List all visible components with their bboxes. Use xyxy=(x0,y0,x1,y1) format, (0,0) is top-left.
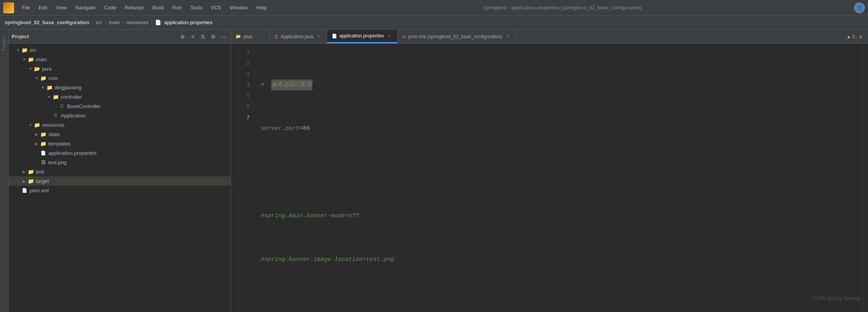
menu-tools[interactable]: Tools xyxy=(187,3,206,12)
tree-item-static[interactable]: ▶ 📁 static xyxy=(9,129,231,139)
menu-file[interactable]: File xyxy=(18,3,34,12)
line-num-2: 2 xyxy=(231,58,250,69)
menu-run[interactable]: Run xyxy=(169,3,186,12)
props-tab-icon: 📄 xyxy=(332,34,337,39)
tree-item-application[interactable]: C Application xyxy=(9,111,231,120)
tree-label-templates: templates xyxy=(48,141,70,147)
tree-arrow-templates: ▶ xyxy=(34,142,40,146)
code-line-6 xyxy=(261,298,856,309)
breadcrumb-root[interactable]: springboot_02_base_configuration xyxy=(5,20,89,25)
java-file-tab-icon: C xyxy=(275,34,278,39)
tree-item-templates[interactable]: ▶ 📁 templates xyxy=(9,139,231,148)
code-editor[interactable]: # 服务器端口配置 server.port=80 #spring.main.ba… xyxy=(254,44,863,312)
app-logo: 🔧 xyxy=(3,2,14,13)
warning-badge[interactable]: ▲ 3 xyxy=(846,34,855,39)
folder-icon-controller: 📁 xyxy=(52,94,59,100)
code-line-3 xyxy=(261,167,856,178)
tree-label-dingjiaxiong: dingjiaxiong xyxy=(55,85,82,90)
breadcrumb-main[interactable]: main xyxy=(109,20,120,25)
tree-item-test[interactable]: ▶ 📁 test xyxy=(9,167,231,176)
tree-item-pomxml[interactable]: 📄 pom.xml xyxy=(9,186,231,195)
tree-item-src[interactable]: ▼ 📁 src xyxy=(9,45,231,55)
tree-item-testpng[interactable]: 🖼 test.png xyxy=(9,158,231,167)
line-num-4: 4 xyxy=(231,80,250,90)
menu-view[interactable]: View xyxy=(52,3,71,12)
watermark: CSDN @Ding Jiaxiong xyxy=(813,296,860,301)
tree-label-bookcontroller: BookController xyxy=(67,103,101,109)
code-commented-banner-image: #spring.banner.image.location=test.png xyxy=(261,254,394,265)
tree-label-pomxml: pom.xml xyxy=(30,188,49,193)
project-panel-title: Project xyxy=(12,34,177,39)
code-val-80: 80 xyxy=(303,123,310,134)
menu-build[interactable]: Build xyxy=(149,3,168,12)
png-file-icon: 🖼 xyxy=(40,160,47,165)
breadcrumb-file-icon: 📄 xyxy=(155,20,161,25)
tree-arrow-src: ▼ xyxy=(15,48,21,52)
xml-file-icon: 📄 xyxy=(21,188,28,193)
main-layout: Project Project ⊕ ≡ ⇅ ⚙ — ▼ 📁 src ▼ 📁 xyxy=(0,30,868,312)
tree-item-bookcontroller[interactable]: C BookController xyxy=(9,101,231,111)
tree-arrow-dingjiaxiong: ▼ xyxy=(40,85,46,90)
tree-label-src: src xyxy=(30,47,36,53)
tab-close-pomxml[interactable]: ✕ xyxy=(505,34,511,40)
toolbar-settings-btn[interactable]: ⚙ xyxy=(209,32,217,41)
editor-collapse-btn[interactable]: ∧ xyxy=(856,32,865,41)
menu-navigate[interactable]: Navigate xyxy=(71,3,99,12)
tree-item-com[interactable]: ▼ 📁 com xyxy=(9,73,231,83)
toolbar-collapse-btn[interactable]: ≡ xyxy=(189,32,197,41)
code-line-2: server.port=80 xyxy=(261,123,856,134)
tab-application-properties[interactable]: 📄 application.properties ✕ xyxy=(327,30,398,43)
toolbar-sort-btn[interactable]: ⇅ xyxy=(199,32,207,41)
tree-label-testpng: test.png xyxy=(48,160,66,165)
menu-refactor[interactable]: Refactor xyxy=(121,3,148,12)
tabs-end: ▲ 3 ∧ xyxy=(516,30,868,43)
editor-content[interactable]: 1 2 3 4 5 6 7 # 服务器端口配置 server.port=80 xyxy=(231,44,868,312)
tree-item-target[interactable]: ▶ 📁 target xyxy=(9,176,231,186)
tree-label-static: static xyxy=(48,131,60,137)
line-num-3: 3 xyxy=(231,69,250,80)
line-num-5: 5 xyxy=(231,90,250,101)
tree-item-resources[interactable]: ▼ 📁 resources xyxy=(9,120,231,129)
breadcrumb-resources[interactable]: resources xyxy=(126,20,148,25)
tab-java[interactable]: 📂 java xyxy=(231,30,270,43)
menu-window[interactable]: Window xyxy=(226,3,252,12)
menu-vcs[interactable]: VCS xyxy=(207,3,225,12)
tab-label-pomxml: pom.xml (springboot_02_base_configuratio… xyxy=(408,34,502,39)
tab-close-application[interactable]: ✕ xyxy=(316,34,322,40)
code-line-4: #spring.main.banner-mode=off xyxy=(261,211,856,222)
warning-count: 3 xyxy=(852,34,855,39)
props-file-icon: 📄 xyxy=(40,151,47,156)
tab-close-appprops[interactable]: ✕ xyxy=(386,33,393,39)
tree-item-java[interactable]: ▼ 📂 java xyxy=(9,64,231,73)
folder-icon-target: 📁 xyxy=(27,178,34,184)
java-class-icon-application: C xyxy=(52,113,59,118)
breadcrumb-src[interactable]: src xyxy=(96,20,102,25)
tree-arrow-controller: ▼ xyxy=(46,95,52,99)
menu-edit[interactable]: Edit xyxy=(35,3,51,12)
tab-application-java[interactable]: C Application.java ✕ xyxy=(270,30,327,43)
tree-label-test: test xyxy=(36,169,44,175)
folder-icon-dingjiaxiong: 📁 xyxy=(46,85,53,90)
breadcrumb-sep-2: › xyxy=(105,20,106,25)
tab-pom-xml[interactable]: m pom.xml (springboot_02_base_configurat… xyxy=(398,30,516,43)
menu-code[interactable]: Code xyxy=(100,3,120,12)
breadcrumb-file[interactable]: application.properties xyxy=(164,20,213,25)
project-toolbar: Project ⊕ ≡ ⇅ ⚙ — xyxy=(9,30,231,44)
user-avatar[interactable]: 👤 xyxy=(854,2,865,13)
menu-help[interactable]: Help xyxy=(253,3,271,12)
tree-item-appprops[interactable]: 📄 application.properties xyxy=(9,148,231,158)
tree-arrow-com: ▼ xyxy=(34,76,40,80)
tree-arrow-java: ▼ xyxy=(27,67,34,71)
editor-scrollbar[interactable] xyxy=(863,44,868,312)
tree-item-dingjiaxiong[interactable]: ▼ 📁 dingjiaxiong xyxy=(9,83,231,92)
toolbar-minimize-btn[interactable]: — xyxy=(219,32,228,41)
tree-item-controller[interactable]: ▼ 📁 controller xyxy=(9,92,231,101)
sidebar-strip-label: Project xyxy=(2,36,6,51)
window-title: springboot - application.properties [spr… xyxy=(272,5,853,11)
tree-label-com: com xyxy=(48,75,58,81)
tree-item-main[interactable]: ▼ 📁 main xyxy=(9,55,231,64)
toolbar-locate-btn[interactable]: ⊕ xyxy=(178,32,187,41)
code-key-serverport: server.port xyxy=(261,123,299,134)
tree-label-application: Application xyxy=(61,113,86,119)
folder-icon-test: 📁 xyxy=(27,169,34,175)
